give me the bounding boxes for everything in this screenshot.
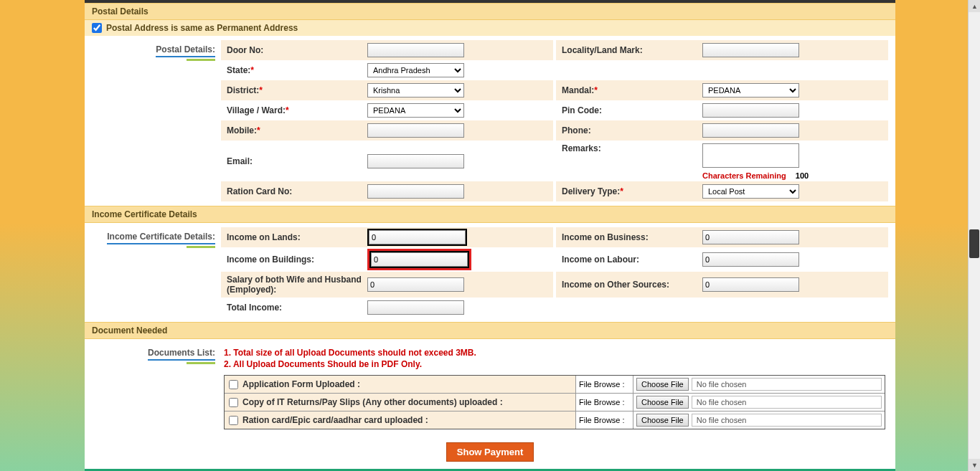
phone-label: Phone: — [559, 125, 702, 135]
doc-checkbox-0[interactable] — [229, 380, 238, 389]
show-payment-button[interactable]: Show Payment — [446, 442, 534, 462]
income-lands-label: Income on Lands: — [224, 232, 367, 242]
doc-label-0: Application Form Uploaded : — [242, 379, 360, 389]
postal-form-body: Postal Details: Door No: Locality/Land M… — [85, 36, 895, 206]
file-status-2: No file chosen — [692, 414, 882, 427]
choose-file-button-2[interactable]: Choose File — [636, 414, 689, 427]
postal-section-header: Postal Details — [85, 3, 895, 20]
income-other-label: Income on Other Sources: — [559, 280, 702, 290]
village-label: Village / Ward:* — [224, 105, 367, 115]
remarks-textarea[interactable] — [702, 143, 799, 168]
income-total-label: Total Income: — [224, 303, 367, 313]
remarks-label: Remarks: — [559, 143, 702, 153]
income-buildings-highlight — [367, 249, 471, 270]
ration-label: Ration Card No: — [224, 186, 367, 196]
documents-table: Application Form Uploaded : File Browse … — [224, 375, 885, 429]
income-form-body: Income Certificate Details: Income on La… — [85, 223, 895, 322]
income-buildings-label: Income on Buildings: — [224, 254, 367, 265]
state-select[interactable]: Andhra Pradesh — [367, 63, 464, 77]
income-lands-input[interactable] — [369, 230, 466, 244]
mobile-input[interactable] — [367, 123, 464, 138]
income-salary-input[interactable] — [367, 277, 464, 292]
scroll-down-arrow[interactable]: ▼ — [969, 459, 980, 471]
file-browse-label-1: File Browse : — [576, 394, 633, 411]
income-labour-label: Income on Labour: — [559, 254, 702, 265]
locality-label: Locality/Land Mark: — [559, 45, 702, 55]
phone-input[interactable] — [702, 123, 799, 138]
income-buildings-input[interactable] — [371, 252, 468, 267]
remarks-counter: Characters Remaining 100 — [702, 171, 809, 180]
choose-file-button-1[interactable]: Choose File — [636, 396, 689, 409]
state-label: State:* — [224, 65, 367, 75]
mandal-label: Mandal:* — [559, 85, 702, 95]
income-business-label: Income on Business: — [559, 232, 702, 242]
door-no-label: Door No: — [224, 45, 367, 55]
district-select[interactable]: Krishna — [367, 83, 464, 97]
scroll-thumb[interactable] — [969, 229, 979, 258]
form-container: Postal Details Postal Address is same as… — [85, 3, 895, 469]
documents-section-header: Document Needed — [85, 322, 895, 339]
ration-input[interactable] — [367, 184, 464, 199]
same-address-label: Postal Address is same as Permanent Addr… — [106, 23, 298, 33]
doc-checkbox-2[interactable] — [229, 416, 238, 425]
village-select[interactable]: PEDANA — [367, 103, 464, 118]
vertical-scrollbar[interactable]: ▲ ▼ — [968, 0, 980, 471]
income-salary-label: Salary of both Wife and Husband (Employe… — [224, 275, 367, 295]
documents-notes: 1. Total size of all Upload Documents sh… — [221, 343, 888, 374]
choose-file-button-0[interactable]: Choose File — [636, 378, 689, 391]
file-status-1: No file chosen — [692, 396, 882, 409]
delivery-select[interactable]: Local Post — [702, 184, 799, 199]
doc-label-2: Ration card/Epic card/aadhar card upload… — [242, 415, 428, 425]
same-address-checkbox[interactable] — [92, 23, 102, 33]
district-label: District:* — [224, 85, 367, 95]
mandal-select[interactable]: PEDANA — [702, 83, 799, 97]
email-input[interactable] — [367, 154, 464, 168]
income-other-input[interactable] — [702, 277, 799, 292]
door-no-input[interactable] — [367, 43, 464, 57]
doc-checkbox-1[interactable] — [229, 398, 238, 407]
income-side-label: Income Certificate Details: — [85, 227, 221, 318]
income-business-input[interactable] — [702, 230, 799, 244]
scroll-up-arrow[interactable]: ▲ — [969, 0, 980, 12]
locality-input[interactable] — [702, 43, 799, 57]
income-total-input[interactable] — [367, 300, 464, 315]
file-browse-label-0: File Browse : — [576, 376, 633, 393]
file-browse-label-2: File Browse : — [576, 411, 633, 429]
documents-form-body: Documents List: 1. Total size of all Upl… — [85, 339, 895, 438]
pincode-input[interactable] — [702, 103, 799, 118]
file-status-0: No file chosen — [692, 378, 882, 391]
same-address-row: Postal Address is same as Permanent Addr… — [85, 20, 895, 36]
email-label: Email: — [224, 156, 367, 166]
income-labour-input[interactable] — [702, 252, 799, 267]
doc-label-1: Copy of IT Returns/Pay Slips (Any other … — [242, 397, 503, 407]
mobile-label: Mobile:* — [224, 125, 367, 135]
income-section-header: Income Certificate Details — [85, 206, 895, 223]
delivery-label: Delivery Type:* — [559, 186, 702, 196]
pincode-label: Pin Code: — [559, 105, 702, 115]
postal-side-label: Postal Details: — [85, 40, 221, 201]
documents-side-label: Documents List: — [85, 343, 221, 434]
